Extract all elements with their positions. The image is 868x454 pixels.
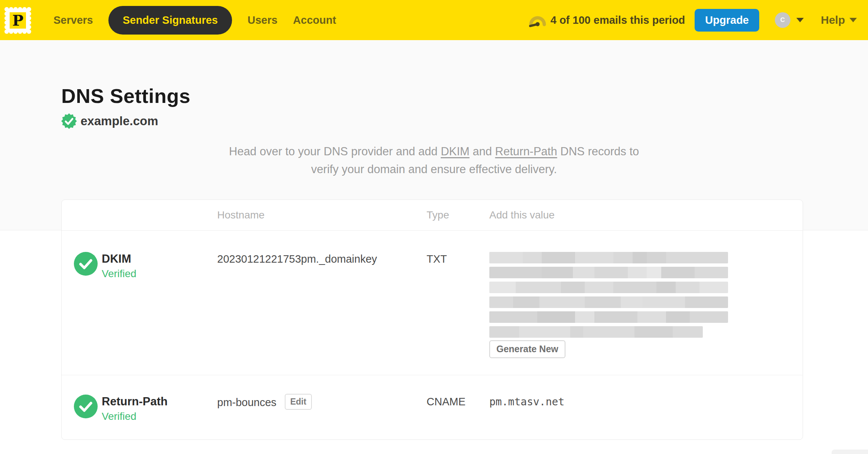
instructions-part: DNS records to [557,145,639,158]
return-path-link[interactable]: Return-Path [495,145,557,158]
page-corner-element [832,450,868,454]
status-badge: Verified [102,268,136,280]
generate-new-button[interactable]: Generate New [489,340,565,358]
nav-item-account[interactable]: Account [293,14,336,26]
account-menu-trigger[interactable]: C [775,12,804,28]
avatar[interactable]: C [775,12,790,28]
nav-item-sender-signatures[interactable]: Sender Signatures [108,6,232,35]
chevron-down-icon [796,18,804,22]
top-nav: P Servers Sender Signatures Users Accoun… [0,0,868,40]
verified-check-icon [74,395,98,418]
col-header-type: Type [427,209,489,221]
return-path-hostname-cell: pm-bounces Edit [217,395,427,440]
col-header-value: Add this value [489,209,790,221]
record-name: DKIM [102,252,136,266]
nav-item-servers[interactable]: Servers [53,14,93,26]
status-badge: Verified [102,411,167,422]
col-header-hostname: Hostname [217,209,427,221]
help-label: Help [821,14,845,26]
verified-seal-icon [61,113,77,129]
dns-records-card: Hostname Type Add this value DKIM Verifi… [61,200,803,440]
instructions-line2: verify your domain and ensure effective … [61,160,807,178]
table-row-return-path: Return-Path Verified pm-bounces Edit CNA… [62,375,803,440]
domain-name: example.com [81,114,158,128]
dkim-hostname: 20230121221753pm._domainkey [217,252,427,375]
edit-button[interactable]: Edit [285,394,312,410]
domain-row: example.com [61,113,807,129]
postmark-logo[interactable]: P [3,6,33,35]
nav-item-users[interactable]: Users [248,14,278,26]
verified-check-icon [74,252,98,276]
table-row-dkim: DKIM Verified 20230121221753pm._domainke… [62,231,803,375]
table-header-row: Hostname Type Add this value [62,200,803,231]
chevron-down-icon [849,18,857,22]
help-menu-trigger[interactable]: Help [821,14,857,26]
record-name: Return-Path [102,395,167,408]
redacted-dkim-value [489,252,728,338]
instructions-part: Head over to your DNS provider and add [229,145,441,158]
nav-right-group: 4 of 100 emails this period Upgrade C He… [529,9,857,32]
return-path-hostname: pm-bounces [217,396,277,408]
usage-gauge-icon [529,13,546,27]
primary-nav: Servers Sender Signatures Users Account [53,6,336,35]
usage-text: 4 of 100 emails this period [551,14,685,26]
instructions-part: and [470,145,495,158]
dkim-record-type: TXT [427,252,489,375]
page-title: DNS Settings [61,84,807,108]
return-path-value: pm.mtasv.net [489,395,790,440]
logo-letter: P [12,12,23,29]
instructions-text: Head over to your DNS provider and add D… [61,143,807,178]
upgrade-button[interactable]: Upgrade [695,9,759,32]
dkim-link[interactable]: DKIM [441,145,470,158]
main-content: DNS Settings example.com Head over to yo… [0,84,868,440]
return-path-record-type: CNAME [427,395,489,440]
